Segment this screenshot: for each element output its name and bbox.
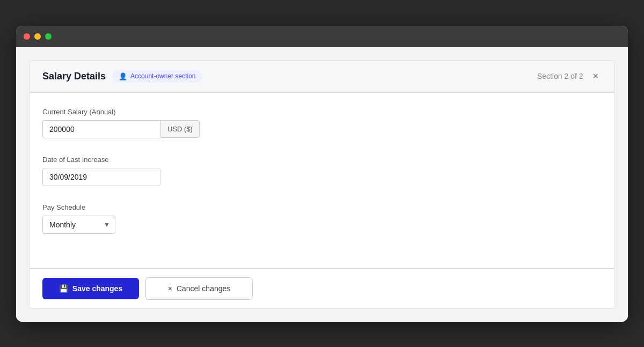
cancel-icon: ×	[168, 284, 172, 293]
salary-label: Current Salary (Annual)	[42, 108, 602, 116]
date-input[interactable]	[42, 168, 160, 186]
save-label: Save changes	[72, 284, 122, 293]
schedule-select-wrapper: Monthly Weekly Bi-weekly Semi-monthly ▼	[42, 216, 115, 234]
cancel-button[interactable]: × Cancel changes	[145, 277, 253, 300]
save-button[interactable]: 💾 Save changes	[42, 278, 139, 299]
close-traffic-light[interactable]	[24, 33, 30, 40]
badge-icon: 👤	[119, 72, 127, 80]
card-title: Salary Details	[42, 71, 106, 82]
main-window: Salary Details 👤 Account-owner section S…	[16, 26, 628, 322]
salary-field-group: Current Salary (Annual) USD ($)	[42, 108, 602, 138]
card-header-left: Salary Details 👤 Account-owner section	[42, 70, 202, 83]
currency-badge: USD ($)	[160, 120, 200, 138]
salary-input[interactable]	[42, 120, 160, 138]
badge-label: Account-owner section	[130, 72, 195, 80]
date-field-group: Date of Last Increase	[42, 156, 602, 186]
account-owner-badge: 👤 Account-owner section	[112, 70, 202, 83]
card-body: Current Salary (Annual) USD ($) Date of …	[30, 93, 614, 268]
minimize-traffic-light[interactable]	[34, 33, 41, 40]
schedule-label: Pay Schedule	[42, 203, 602, 211]
schedule-select[interactable]: Monthly Weekly Bi-weekly Semi-monthly	[42, 216, 115, 234]
cancel-label: Cancel changes	[177, 284, 230, 293]
maximize-traffic-light[interactable]	[45, 33, 52, 40]
save-icon: 💾	[59, 284, 68, 293]
date-label: Date of Last Increase	[42, 156, 602, 164]
card-footer: 💾 Save changes × Cancel changes	[30, 268, 614, 308]
card-header-right: Section 2 of 2 ×	[537, 70, 602, 82]
close-button[interactable]: ×	[589, 70, 602, 82]
salary-card: Salary Details 👤 Account-owner section S…	[29, 60, 615, 309]
schedule-field-group: Pay Schedule Monthly Weekly Bi-weekly Se…	[42, 203, 602, 234]
card-header: Salary Details 👤 Account-owner section S…	[30, 61, 614, 93]
window-content: Salary Details 👤 Account-owner section S…	[16, 47, 628, 322]
title-bar	[16, 26, 628, 47]
salary-input-row: USD ($)	[42, 120, 602, 138]
section-label: Section 2 of 2	[537, 72, 583, 80]
